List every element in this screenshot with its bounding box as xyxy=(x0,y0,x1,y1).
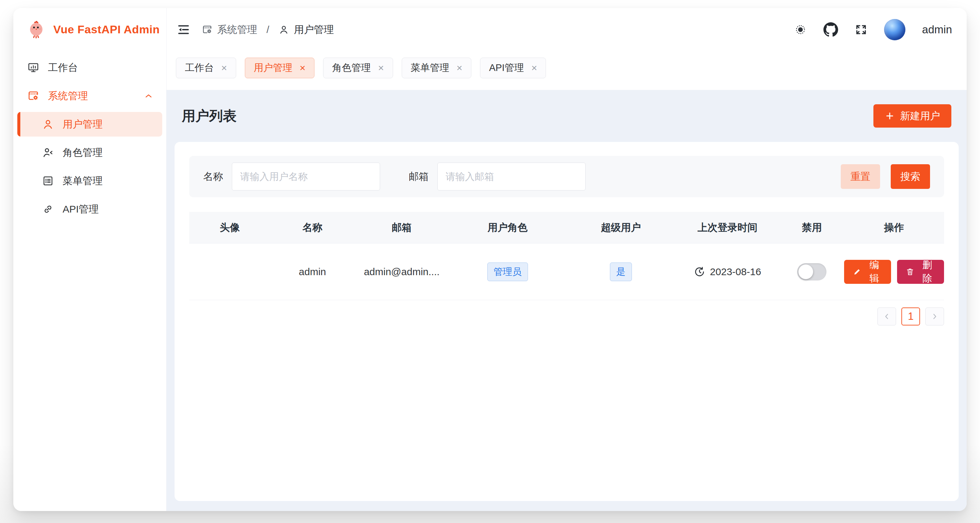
column-header-superuser: 超级用户 xyxy=(566,221,676,235)
sidebar-item-label: API管理 xyxy=(63,202,99,216)
close-icon[interactable]: × xyxy=(531,63,537,73)
table-header-row: 头像 名称 邮箱 用户角色 超级用户 上次登录时间 禁用 操作 xyxy=(189,212,944,243)
last-login-value: 2023-08-16 xyxy=(710,266,761,278)
email-filter-label: 邮箱 xyxy=(409,170,429,184)
table-row: admin admin@admin.... 管理员 是 xyxy=(189,243,944,300)
menu-list-icon xyxy=(42,175,54,187)
close-icon[interactable]: × xyxy=(378,63,384,73)
logo[interactable]: Vue FastAPI Admin xyxy=(13,8,166,51)
breadcrumb-separator: / xyxy=(264,24,271,35)
name-cell: admin xyxy=(270,266,355,278)
sidebar-item-api[interactable]: API管理 xyxy=(18,197,162,221)
prev-page-button[interactable] xyxy=(877,307,896,326)
system-window-gear-icon xyxy=(27,90,39,102)
tab-api[interactable]: API管理 × xyxy=(480,58,546,78)
api-link-icon xyxy=(42,203,54,215)
name-filter-input[interactable] xyxy=(232,162,380,191)
column-header-role: 用户角色 xyxy=(449,221,566,235)
email-filter-input[interactable] xyxy=(438,162,585,191)
sidebar-item-label: 菜单管理 xyxy=(63,174,103,188)
column-header-email: 邮箱 xyxy=(355,221,449,235)
users-table: 头像 名称 邮箱 用户角色 超级用户 上次登录时间 禁用 操作 admin ad… xyxy=(189,212,944,300)
tab-users[interactable]: 用户管理 × xyxy=(245,58,315,78)
pagination: 1 xyxy=(189,307,944,326)
tab-workbench[interactable]: 工作台 × xyxy=(176,58,236,78)
filter-bar: 名称 邮箱 重置 搜索 xyxy=(189,156,944,197)
user-list-card: 名称 邮箱 重置 搜索 头像 名称 邮箱 用户角色 超级用户 xyxy=(175,142,959,501)
main-area: 系统管理 / 用户管理 xyxy=(167,8,967,511)
column-header-last-login: 上次登录时间 xyxy=(676,221,780,235)
fullscreen-icon[interactable] xyxy=(855,23,867,36)
sidebar-item-system[interactable]: 系统管理 xyxy=(18,84,162,108)
create-user-button[interactable]: 新建用户 xyxy=(873,104,951,127)
sun-icon[interactable] xyxy=(794,23,807,36)
breadcrumb-item-system[interactable]: 系统管理 xyxy=(202,23,257,37)
tab-menus[interactable]: 菜单管理 × xyxy=(402,58,472,78)
menu-fold-icon[interactable] xyxy=(177,23,191,37)
pencil-icon xyxy=(853,267,861,276)
user-icon xyxy=(42,118,54,130)
user-avatar[interactable] xyxy=(884,19,905,40)
tab-bar: 工作台 × 用户管理 × 角色管理 × 菜单管理 × API管理 × xyxy=(167,51,967,90)
username[interactable]: admin xyxy=(922,23,952,36)
plus-icon xyxy=(885,111,895,121)
app-title: Vue FastAPI Admin xyxy=(53,23,160,36)
breadcrumb: 系统管理 / 用户管理 xyxy=(202,23,334,37)
close-icon[interactable]: × xyxy=(457,63,463,73)
name-filter-label: 名称 xyxy=(203,170,223,184)
workbench-monitor-icon xyxy=(27,62,39,74)
clock-history-icon xyxy=(694,266,705,278)
column-header-name: 名称 xyxy=(270,221,355,235)
sidebar-item-label: 工作台 xyxy=(48,61,78,75)
github-icon[interactable] xyxy=(823,22,838,37)
sidebar-menu: 工作台 系统管理 xyxy=(13,51,166,221)
close-icon[interactable]: × xyxy=(300,63,306,73)
page-title: 用户列表 xyxy=(182,107,237,125)
email-cell: admin@admin.... xyxy=(355,266,449,278)
column-header-actions: 操作 xyxy=(844,221,944,235)
breadcrumb-item-users[interactable]: 用户管理 xyxy=(278,23,334,37)
reset-button[interactable]: 重置 xyxy=(841,164,880,189)
header: 系统管理 / 用户管理 xyxy=(167,8,967,90)
edit-button[interactable]: 编辑 xyxy=(844,260,891,284)
sidebar: Vue FastAPI Admin 工作台 xyxy=(13,8,167,511)
chevron-up-icon xyxy=(143,91,154,101)
tab-roles[interactable]: 角色管理 × xyxy=(323,58,393,78)
trash-icon xyxy=(906,267,915,276)
sidebar-item-label: 用户管理 xyxy=(63,118,103,131)
sidebar-item-label: 系统管理 xyxy=(48,89,88,103)
role-tag: 管理员 xyxy=(487,262,528,281)
next-page-button[interactable] xyxy=(925,307,944,326)
close-icon[interactable]: × xyxy=(221,63,227,73)
disabled-toggle[interactable] xyxy=(797,263,826,280)
column-header-avatar: 头像 xyxy=(189,221,270,235)
sidebar-item-workbench[interactable]: 工作台 xyxy=(18,55,162,80)
sidebar-item-roles[interactable]: 角色管理 xyxy=(18,140,162,165)
sidebar-item-menus[interactable]: 菜单管理 xyxy=(18,169,162,193)
sidebar-item-users[interactable]: 用户管理 xyxy=(18,112,162,137)
chick-logo-icon xyxy=(27,20,46,39)
sidebar-item-label: 角色管理 xyxy=(63,146,103,160)
search-button[interactable]: 搜索 xyxy=(891,164,930,189)
column-header-disabled: 禁用 xyxy=(780,221,845,235)
app-window: Vue FastAPI Admin 工作台 xyxy=(13,8,967,511)
delete-button[interactable]: 删除 xyxy=(897,260,944,284)
superuser-tag: 是 xyxy=(610,262,632,281)
page-number-1[interactable]: 1 xyxy=(901,307,920,326)
role-person-icon xyxy=(42,146,54,159)
content-area: 用户列表 新建用户 名称 邮箱 重置 xyxy=(167,90,967,511)
